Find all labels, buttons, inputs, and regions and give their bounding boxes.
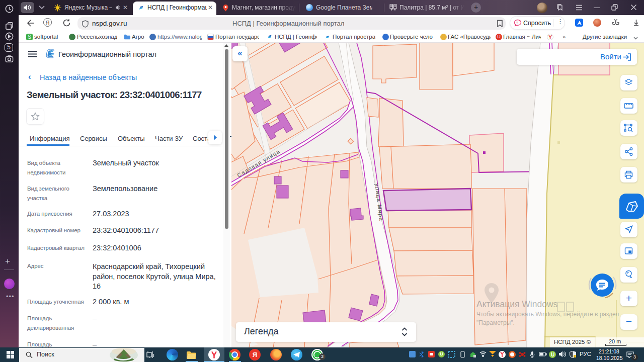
svg-text:+: + [519,19,521,23]
svg-text:?: ? [516,21,518,25]
svg-text:!: ! [574,355,575,358]
